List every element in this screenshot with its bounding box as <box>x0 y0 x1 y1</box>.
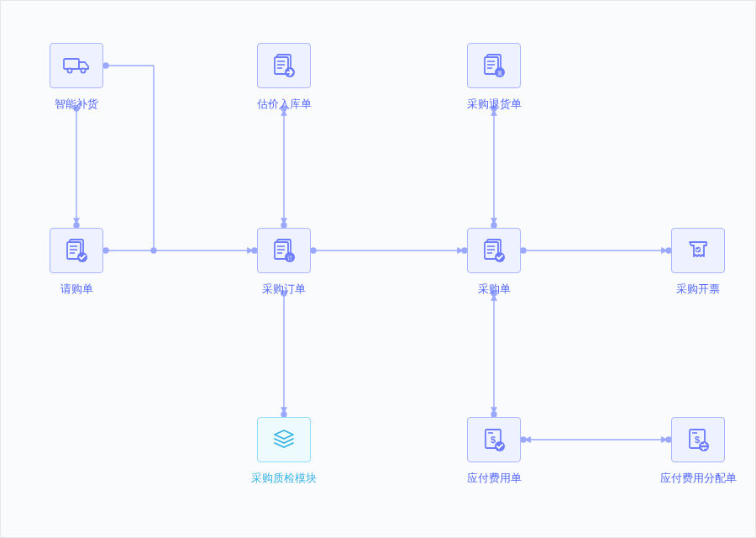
node-label: 采购订单 <box>238 282 330 297</box>
node-label: 应付费用单 <box>448 471 540 486</box>
node-purchase[interactable]: 采购单 <box>448 228 540 297</box>
svg-text:$: $ <box>695 435 700 445</box>
truck-icon <box>50 43 103 88</box>
document-check-icon <box>467 228 521 273</box>
document-swap-icon: $ <box>671 417 725 462</box>
document-arrow-icon <box>257 43 311 88</box>
node-requisition[interactable]: 请购单 <box>30 228 123 297</box>
node-estimate-inbound[interactable]: 估价入库单 <box>238 43 330 112</box>
node-label: 采购单 <box>448 282 540 297</box>
svg-text:订: 订 <box>287 256 292 261</box>
node-label: 估价入库单 <box>238 97 330 112</box>
svg-point-74 <box>699 441 709 451</box>
svg-point-33 <box>81 68 85 72</box>
node-qc-module[interactable]: 采购质检模块 <box>238 417 330 486</box>
node-label: 采购退货单 <box>448 97 540 112</box>
node-invoice[interactable]: 采购开票 <box>652 228 744 297</box>
node-payable-alloc[interactable]: $ 应付费用分配单 <box>652 417 744 486</box>
receipt-icon <box>671 228 725 273</box>
node-label: 请购单 <box>30 282 123 297</box>
node-purchase-return[interactable]: 退 采购退货单 <box>448 43 540 112</box>
document-order-icon: 订 <box>257 228 311 273</box>
node-label: 采购质检模块 <box>238 471 330 486</box>
node-label: 智能补货 <box>30 97 123 112</box>
node-purchase-order[interactable]: 订 采购订单 <box>238 228 330 297</box>
node-label: 采购开票 <box>652 282 744 297</box>
stack-icon <box>257 417 311 462</box>
node-label: 应付费用分配单 <box>652 471 744 486</box>
svg-point-30 <box>151 248 156 253</box>
document-return-icon: 退 <box>467 43 521 88</box>
node-smart-restock[interactable]: 智能补货 <box>30 43 123 112</box>
svg-text:$: $ <box>491 435 496 445</box>
node-payable[interactable]: $ 应付费用单 <box>448 417 540 486</box>
svg-point-32 <box>67 68 71 72</box>
svg-text:退: 退 <box>497 71 502 76</box>
svg-rect-31 <box>64 59 79 69</box>
document-money-icon: $ <box>467 417 521 462</box>
document-check-icon <box>50 228 103 273</box>
